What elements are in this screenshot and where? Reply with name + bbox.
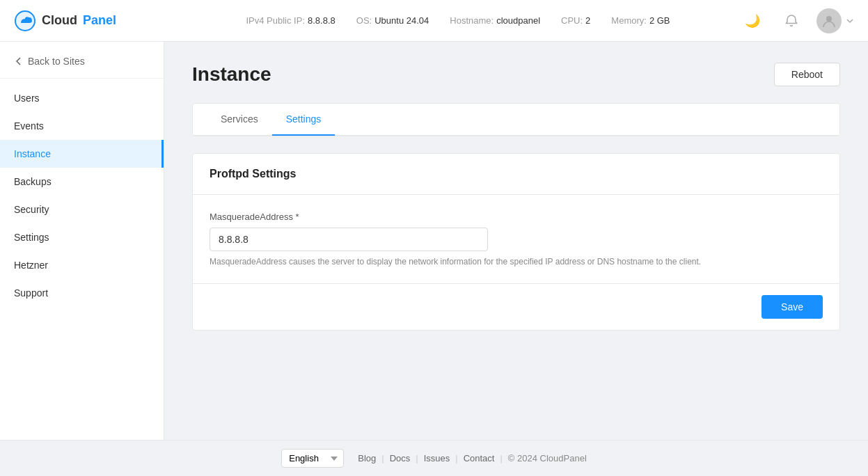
cpu-value: 2 (585, 15, 590, 26)
layout: Back to Sites Users Events Instance Back… (0, 42, 868, 440)
footer-sep-4: | (500, 453, 502, 463)
language-selector[interactable]: English Deutsch Español Français (281, 449, 344, 468)
sidebar-item-events[interactable]: Events (0, 112, 164, 140)
sidebar-item-instance[interactable]: Instance (0, 140, 164, 168)
header: CloudPanel IPv4 Public IP: 8.8.8.8 OS: U… (0, 0, 868, 42)
tabs-container: Services Settings (192, 103, 840, 136)
footer-docs-link[interactable]: Docs (390, 453, 411, 463)
memory-label: Memory: (611, 15, 647, 26)
tab-services[interactable]: Services (207, 104, 272, 136)
os-label: OS: (356, 15, 372, 26)
ipv4-info: IPv4 Public IP: 8.8.8.8 (246, 15, 335, 26)
sidebar-item-security[interactable]: Security (0, 196, 164, 223)
page-header: Instance Reboot (192, 63, 840, 86)
chevron-down-icon (846, 17, 854, 25)
sidebar: Back to Sites Users Events Instance Back… (0, 42, 164, 440)
settings-card-title: Proftpd Settings (210, 168, 296, 180)
cpu-label: CPU: (561, 15, 583, 26)
proftpd-settings-card: Proftpd Settings MasqueradeAddress * Mas… (192, 153, 840, 331)
footer-copyright: © 2024 CloudPanel (508, 453, 587, 463)
sidebar-item-support[interactable]: Support (0, 279, 164, 307)
tabs-header: Services Settings (193, 104, 839, 136)
sidebar-item-hetzner[interactable]: Hetzner (0, 251, 164, 279)
cpu-info: CPU: 2 (561, 15, 590, 26)
hostname-value: cloudpanel (496, 15, 540, 26)
memory-value: 2 GB (649, 15, 670, 26)
os-info: OS: Ubuntu 24.04 (356, 15, 429, 26)
server-info: IPv4 Public IP: 8.8.8.8 OS: Ubuntu 24.04… (177, 15, 739, 26)
settings-card-header: Proftpd Settings (193, 154, 839, 195)
sidebar-item-backups[interactable]: Backups (0, 168, 164, 196)
footer-links: Blog | Docs | Issues | Contact | © 2024 … (358, 453, 587, 463)
footer-contact-link[interactable]: Contact (464, 453, 495, 463)
back-label: Back to Sites (28, 56, 85, 67)
language-select[interactable]: English Deutsch Español Français (281, 449, 344, 468)
save-button[interactable]: Save (762, 295, 823, 319)
footer: English Deutsch Español Français Blog | … (0, 440, 868, 476)
logo-icon (14, 10, 36, 32)
moon-icon: 🌙 (745, 13, 760, 29)
sidebar-item-settings[interactable]: Settings (0, 223, 164, 251)
memory-info: Memory: 2 GB (611, 15, 670, 26)
logo: CloudPanel (14, 10, 177, 32)
svg-point-1 (826, 16, 832, 22)
masquerade-input[interactable] (210, 228, 488, 251)
footer-sep-3: | (455, 453, 457, 463)
footer-issues-link[interactable]: Issues (424, 453, 450, 463)
settings-card-footer: Save (193, 284, 839, 330)
masquerade-help: MasqueradeAddress causes the server to d… (210, 257, 823, 267)
user-menu[interactable] (816, 8, 854, 33)
logo-cloud-text: Cloud (42, 13, 77, 28)
bell-icon (784, 14, 798, 28)
ipv4-value: 8.8.8.8 (308, 15, 336, 26)
sidebar-item-users[interactable]: Users (0, 84, 164, 112)
avatar (816, 8, 842, 33)
chevron-left-icon (14, 56, 24, 66)
reboot-button[interactable]: Reboot (774, 63, 840, 86)
os-value: Ubuntu 24.04 (374, 15, 429, 26)
main-content: Instance Reboot Services Settings Proftp… (164, 42, 868, 440)
logo-panel-text: Panel (83, 13, 116, 28)
header-actions: 🌙 (739, 7, 854, 35)
page-title: Instance (192, 63, 271, 86)
footer-blog-link[interactable]: Blog (358, 453, 376, 463)
settings-card-body: MasqueradeAddress * MasqueradeAddress ca… (193, 195, 839, 284)
footer-sep-2: | (416, 453, 418, 463)
dark-mode-toggle[interactable]: 🌙 (739, 7, 766, 35)
hostname-info: Hostname: cloudpanel (450, 15, 540, 26)
masquerade-label: MasqueradeAddress * (210, 212, 823, 222)
sidebar-nav: Users Events Instance Backups Security S… (0, 79, 164, 312)
hostname-label: Hostname: (450, 15, 494, 26)
ipv4-label: IPv4 Public IP: (246, 15, 305, 26)
footer-sep-1: | (381, 453, 384, 463)
tab-settings[interactable]: Settings (272, 104, 336, 136)
back-to-sites[interactable]: Back to Sites (0, 42, 164, 79)
avatar-icon (821, 13, 837, 29)
notifications-button[interactable] (778, 7, 805, 35)
